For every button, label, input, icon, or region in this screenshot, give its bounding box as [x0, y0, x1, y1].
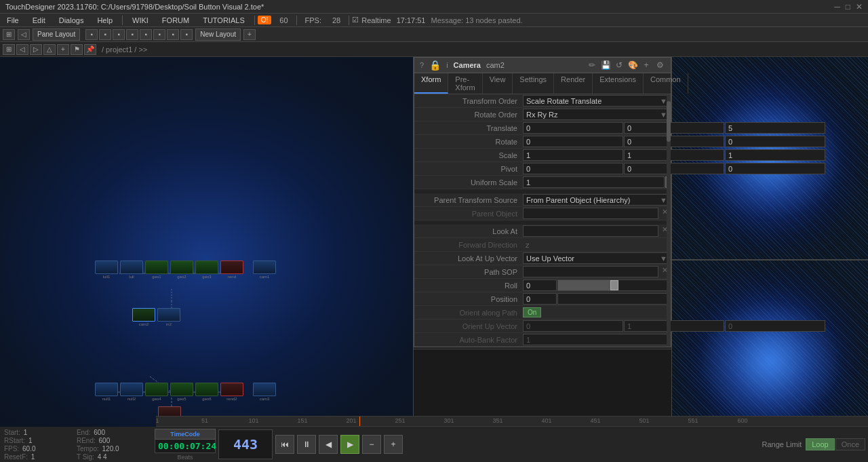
layout-2[interactable]: ▪ — [99, 29, 111, 40]
layout-7[interactable]: ▪ — [167, 29, 179, 40]
node-b4[interactable]: geo5 — [170, 383, 193, 402]
rotate-y[interactable] — [624, 136, 724, 147]
tab-xform[interactable]: Xform — [414, 73, 448, 94]
menu-edit[interactable]: Edit — [26, 14, 52, 27]
nav-flag[interactable]: ⚑ — [71, 44, 83, 55]
transform-order-dropdown[interactable]: Scale Rotate Translate ▼ — [523, 95, 671, 107]
layout-4[interactable]: ▪ — [126, 29, 138, 40]
look-at-up-dropdown[interactable]: Use Up Vector ▼ — [523, 252, 671, 264]
panel-question[interactable]: ? — [420, 61, 424, 69]
pane-layout-btn[interactable]: Pane Layout — [33, 28, 80, 41]
layout-5[interactable]: ▪ — [140, 29, 152, 40]
add-layout-btn[interactable]: + — [243, 29, 256, 40]
tab-settings[interactable]: Settings — [513, 73, 554, 94]
node-null7[interactable]: cam1 — [253, 261, 276, 280]
nav-forward[interactable]: ▷ — [30, 44, 42, 55]
prev-range-btn[interactable]: − — [362, 435, 381, 454]
node-null5[interactable]: geo3 — [195, 261, 218, 280]
layout-6[interactable]: ▪ — [153, 29, 165, 40]
layout-3[interactable]: ▪ — [113, 29, 125, 40]
once-btn[interactable]: Once — [835, 438, 865, 450]
panel-scrollbar-thumb[interactable] — [667, 101, 671, 142]
nav-up[interactable]: △ — [43, 44, 56, 55]
rotate-x[interactable] — [523, 136, 623, 147]
toolbar-home-btn[interactable]: ⊞ — [3, 29, 15, 40]
panel-lock[interactable]: 🔒 — [429, 60, 441, 71]
node-b2[interactable]: null2 — [120, 383, 143, 402]
timecode-toggle[interactable]: TimeCode — [155, 429, 216, 440]
panel-rotate-icon[interactable]: ↺ — [614, 60, 625, 71]
nav-home[interactable]: ⊞ — [3, 44, 15, 55]
node-b7[interactable]: cam3 — [253, 383, 276, 402]
panel-color-icon[interactable]: 🎨 — [627, 60, 638, 71]
node-in2[interactable]: in2 — [157, 308, 180, 327]
roll-slider[interactable] — [557, 280, 671, 291]
parent-object-input[interactable] — [523, 208, 658, 219]
orient-up-y[interactable] — [624, 320, 724, 332]
restore-button[interactable]: □ — [846, 2, 850, 12]
panel-save-icon[interactable]: 💾 — [600, 60, 611, 71]
tab-pre-xform[interactable]: Pre-Xform — [448, 73, 482, 94]
uniform-scale-input[interactable] — [523, 176, 665, 188]
translate-x[interactable] — [523, 122, 623, 134]
tab-extensions[interactable]: Extensions — [593, 73, 644, 94]
node-b6[interactable]: rend2 — [220, 383, 243, 402]
minimize-button[interactable]: ─ — [834, 2, 840, 12]
position-slider[interactable] — [557, 293, 671, 305]
node-null4[interactable]: geo2 — [170, 261, 193, 280]
play-btn[interactable]: ▶ — [340, 435, 359, 454]
toolbar-back-btn[interactable]: ◁ — [18, 29, 30, 40]
pivot-x[interactable] — [523, 163, 623, 174]
nav-add[interactable]: + — [57, 44, 69, 55]
panel-settings-icon[interactable]: ⚙ — [654, 60, 665, 71]
translate-z[interactable] — [725, 122, 825, 134]
loop-btn[interactable]: Loop — [806, 438, 834, 450]
look-at-input[interactable] — [523, 225, 658, 237]
scale-y[interactable] — [624, 149, 724, 161]
orient-along-toggle[interactable]: On — [523, 307, 541, 317]
network-view[interactable]: lull1 lull geo1 geo2 geo3 — [0, 57, 414, 462]
menu-tutorials[interactable]: TUTORIALS — [196, 14, 252, 27]
auto-bank-input[interactable] — [523, 334, 671, 345]
translate-y[interactable] — [624, 122, 724, 134]
orient-up-z[interactable] — [725, 320, 825, 332]
node-cam-selected[interactable]: cam2 — [132, 308, 155, 327]
close-button[interactable]: ✕ — [856, 2, 863, 12]
panel-edit-icon[interactable]: ✏ — [587, 60, 597, 71]
prev-frame-btn[interactable]: ◀ — [319, 435, 338, 454]
timeline-playhead[interactable] — [359, 417, 360, 426]
realtime-toggle[interactable]: ☑ Realtime — [352, 16, 391, 24]
next-range-btn[interactable]: + — [384, 435, 403, 454]
layout-8[interactable]: ▪ — [180, 29, 193, 40]
layout-1[interactable]: ▪ — [85, 29, 98, 40]
orient-up-x[interactable] — [523, 320, 623, 332]
new-layout-btn[interactable]: New Layout — [195, 28, 241, 41]
roll-input[interactable] — [523, 280, 557, 291]
panel-info[interactable]: i — [446, 61, 448, 69]
node-null2[interactable]: lull — [120, 261, 143, 280]
menu-dialogs[interactable]: Dialogs — [52, 14, 91, 27]
nav-back[interactable]: ◁ — [16, 44, 28, 55]
rotate-z[interactable] — [725, 136, 825, 147]
position-input[interactable] — [523, 293, 557, 305]
panel-add-icon[interactable]: + — [641, 60, 652, 71]
scale-x[interactable] — [523, 149, 623, 161]
menu-help[interactable]: Help — [90, 14, 119, 27]
skip-back-btn[interactable]: ⏮ — [275, 435, 294, 454]
menu-file[interactable]: File — [0, 14, 26, 27]
node-b1[interactable]: null1 — [95, 383, 118, 402]
node-null3[interactable]: geo1 — [145, 261, 168, 280]
tab-view[interactable]: View — [483, 73, 513, 94]
parent-transform-dropdown[interactable]: From Parent Object (Hierarchy) ▼ — [523, 194, 671, 206]
scale-z[interactable] — [725, 149, 825, 161]
node-b3[interactable]: geo4 — [145, 383, 168, 402]
tab-render[interactable]: Render — [554, 73, 593, 94]
rotate-order-dropdown[interactable]: Rx Ry Rz ▼ — [523, 109, 671, 120]
path-sop-input[interactable] — [523, 266, 658, 277]
menu-wiki[interactable]: WIKI — [125, 14, 155, 27]
tab-common[interactable]: Common — [644, 73, 688, 94]
panel-scrollbar[interactable] — [667, 94, 671, 347]
node-null6[interactable]: rend — [220, 261, 243, 280]
nav-pin[interactable]: 📌 — [84, 44, 96, 55]
pivot-y[interactable] — [624, 163, 724, 174]
